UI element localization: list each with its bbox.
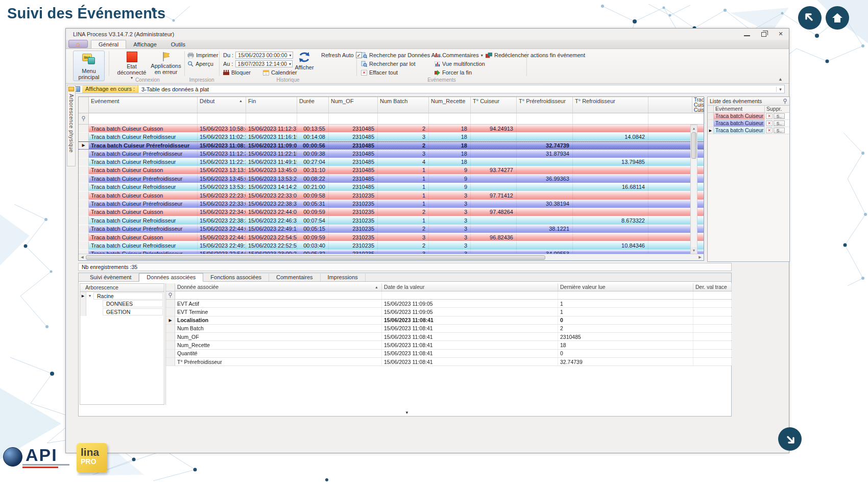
delete-x-button[interactable]: ✕	[766, 128, 773, 133]
table-row[interactable]: T° Prérefroidisseur15/06/2023 11:08:4132…	[166, 358, 731, 366]
tab-affichage[interactable]: Affichage	[126, 40, 164, 48]
table-row[interactable]: Traca batch Cuiseur Refroidisseur15/06/2…	[79, 216, 704, 225]
grid-filter-row[interactable]	[166, 291, 731, 300]
table-row[interactable]: Traca batch Cuiseur Cuisson15/06/2023 22…	[79, 233, 704, 241]
table-row[interactable]: Num_OF15/06/2023 11:08:412310485	[166, 333, 731, 341]
expander-icon[interactable]: ▾	[86, 294, 93, 298]
table-row[interactable]: Num Batch15/06/2023 11:08:412	[166, 325, 731, 333]
au-date-combo[interactable]: 18/07/2023 12:14:00▾	[235, 60, 293, 67]
forward-arrow-button[interactable]	[778, 427, 802, 451]
list-item[interactable]: Traca batch Cuiseur C...✕S..	[708, 113, 789, 120]
column-header-evenement[interactable]: Evènement	[714, 106, 765, 112]
scroll-left-icon[interactable]: ◀	[79, 255, 86, 259]
tab-général[interactable]: Général	[91, 40, 126, 48]
refresh-auto-toggle[interactable]: Refresh Auto ✓	[321, 52, 362, 58]
grid-filter-row[interactable]	[79, 113, 704, 125]
close-button[interactable]: ✕	[778, 31, 784, 37]
table-row[interactable]: EVT Actif15/06/2023 11:09:051	[166, 300, 731, 308]
table-row[interactable]: EVT Termine15/06/2023 11:09:051	[166, 308, 731, 316]
column-header[interactable]: Début▲	[198, 97, 246, 113]
list-item[interactable]: ▶Traca batch Cuiseur R...✕S..	[708, 127, 789, 134]
bloquer-button[interactable]: Bloquer	[223, 69, 251, 76]
table-row[interactable]: Traca batch Cuiseur Prérefroidisseur15/0…	[79, 150, 704, 158]
filter-cell[interactable]	[297, 113, 329, 124]
table-row[interactable]: Quantité15/06/2023 11:08:410	[166, 350, 731, 358]
table-row[interactable]: Traca batch Cuiseur Prérefroidisseur15/0…	[79, 175, 704, 183]
column-header[interactable]: Durée	[297, 97, 329, 113]
column-header[interactable]: Num_OF	[329, 97, 378, 113]
list-item[interactable]: Traca batch Cuiseur Pr...✕S..	[708, 120, 789, 127]
imprimer-button[interactable]: Imprimer	[187, 52, 218, 58]
column-header-suppr[interactable]: Suppr.	[765, 106, 789, 112]
filter-cell[interactable]	[693, 291, 732, 299]
scrollbar-thumb[interactable]	[691, 132, 696, 159]
tree-item[interactable]: DONNEES	[80, 300, 164, 308]
table-row[interactable]: Traca batch Cuiseur Cuisson15/06/2023 10…	[79, 125, 704, 133]
column-header[interactable]: T° Refroidisseur	[573, 97, 648, 113]
filter-cell[interactable]	[429, 113, 471, 124]
table-row[interactable]: Traca batch Cuiseur Cuisson15/06/2023 22…	[79, 191, 704, 200]
table-row[interactable]: Traca batch Cuiseur Refroidisseur15/06/2…	[79, 241, 704, 250]
etat-deconnecte-button[interactable]: Etat déconnecté ▾	[115, 52, 149, 80]
menu-principal-button[interactable]: lina Menu principal	[73, 51, 105, 81]
side-tab-arborescence-physique[interactable]: Arborescence physique	[67, 85, 76, 166]
chevron-down-icon[interactable]: ▼	[405, 410, 409, 415]
recherche-donnees-button[interactable]: Recherche par Données Ass.	[361, 52, 442, 58]
scrollbar-thumb[interactable]	[86, 255, 545, 260]
column-header[interactable]: TracCuisCuis	[648, 97, 705, 113]
column-header[interactable]: Dernière valeur lue	[558, 283, 693, 291]
vue-multifonction-button[interactable]: Vue multifonction	[435, 61, 485, 67]
horizontal-scrollbar[interactable]: ◀ ▶	[79, 254, 704, 260]
column-header[interactable]: Num_Recette	[429, 97, 471, 113]
column-header[interactable]: Fin	[246, 97, 297, 113]
collapse-ribbon-icon[interactable]: ▲	[778, 77, 783, 82]
file-menu-button[interactable]: ⌂	[68, 40, 88, 48]
detail-tab-4[interactable]: Impressions	[321, 274, 366, 281]
tab-outils[interactable]: Outils	[164, 40, 192, 48]
column-header[interactable]: Der. val trace lue	[693, 283, 732, 291]
column-header[interactable]: T° Cuiseur	[471, 97, 517, 113]
restore-button[interactable]	[761, 32, 766, 37]
table-row[interactable]: Traca batch Cuiseur Refroidisseur15/06/2…	[79, 133, 704, 141]
column-header[interactable]: Donnée associée▲	[175, 283, 382, 291]
column-header[interactable]: T° Prérefroidisseur	[517, 97, 573, 113]
detail-tab-0[interactable]: Suivi évènement	[83, 274, 139, 281]
filter-cell[interactable]	[175, 291, 382, 299]
back-arrow-button[interactable]	[798, 6, 822, 30]
filter-cell[interactable]	[329, 113, 378, 124]
filter-cell[interactable]	[648, 113, 705, 124]
filter-cell[interactable]	[382, 291, 558, 299]
redeclencher-button[interactable]: Redéclencher actions fin événement	[486, 52, 585, 58]
table-row[interactable]: Traca batch Cuiseur Refroidisseur15/06/2…	[79, 183, 704, 191]
table-row[interactable]: Traca batch Cuiseur Cuisson15/06/2023 13…	[79, 166, 704, 175]
tree-item-root[interactable]: ▶▾Racine	[80, 292, 164, 300]
table-row[interactable]: ▶Traca batch Cuiseur Prérefroidisseur15/…	[79, 141, 704, 150]
table-row[interactable]: Traca batch Cuiseur Refroidisseur15/06/2…	[79, 158, 704, 166]
suppr-button[interactable]: S..	[774, 113, 785, 119]
filter-cell[interactable]	[558, 291, 693, 299]
effacer-tout-button[interactable]: ✕ Effacer tout	[361, 69, 398, 76]
scroll-up-icon[interactable]: ▲	[691, 125, 697, 132]
detail-tab-3[interactable]: Commentaires	[269, 274, 321, 281]
recherche-lot-button[interactable]: Rechercher par lot	[361, 61, 416, 67]
affichage-value[interactable]: 3-Table des données à plat	[138, 86, 776, 92]
du-date-combo[interactable]: 15/06/2023 00:00:00▾	[235, 52, 293, 59]
afficher-button[interactable]: Afficher	[291, 51, 318, 70]
delete-x-button[interactable]: ✕	[766, 120, 773, 126]
commentaires-button[interactable]: Ac Commentaires ▾	[435, 52, 483, 58]
table-row[interactable]: Num_Recette15/06/2023 11:08:4118	[166, 341, 731, 349]
filter-cell[interactable]	[573, 113, 648, 124]
suppr-button[interactable]: S..	[774, 120, 785, 126]
filter-cell[interactable]	[89, 113, 198, 124]
detail-tab-2[interactable]: Fonctions associées	[203, 274, 269, 281]
applications-en-erreur-button[interactable]: Applications en erreur	[150, 52, 182, 75]
apercu-button[interactable]: Aperçu	[187, 61, 213, 67]
minimize-button[interactable]	[744, 32, 750, 36]
home-nav-button[interactable]	[826, 6, 849, 30]
tree-item[interactable]: GESTION	[80, 308, 164, 316]
table-row[interactable]: Traca batch Cuiseur Prérefroidisseur15/0…	[79, 225, 704, 233]
chevron-down-icon[interactable]: ▾	[776, 87, 784, 92]
filter-cell[interactable]	[517, 113, 573, 124]
pin-icon[interactable]	[783, 99, 787, 104]
delete-x-button[interactable]: ✕	[766, 113, 773, 119]
